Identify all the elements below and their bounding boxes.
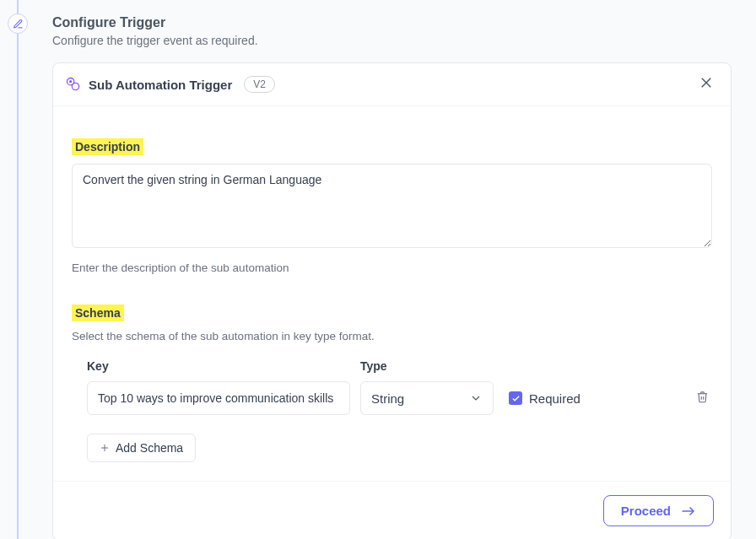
required-checkbox[interactable] [509,391,522,405]
description-label: Description [72,138,143,155]
trigger-card: Sub Automation Trigger V2 Description En… [52,62,732,539]
add-schema-button[interactable]: Add Schema [87,434,196,462]
proceed-label: Proceed [621,504,671,518]
schema-label: Schema [72,305,124,321]
card-footer: Proceed [53,481,731,539]
column-key-label: Key [87,359,360,373]
add-schema-label: Add Schema [116,441,183,455]
automation-icon [65,76,82,93]
schema-row: String Required [87,381,712,415]
section-subtitle: Configure the trigger event as required. [52,34,756,47]
type-select-value: String [371,391,404,406]
description-helper: Enter the description of the sub automat… [72,261,712,274]
close-icon[interactable] [699,75,714,94]
version-badge: V2 [244,76,275,93]
arrow-right-icon [681,505,696,517]
timeline-node-icon [8,13,28,34]
svg-point-1 [72,83,78,89]
trash-icon [696,391,709,403]
section-title: Configure Trigger [52,15,756,30]
schema-helper: Select the schema of the sub automation … [72,330,712,342]
proceed-button[interactable]: Proceed [603,495,714,526]
key-input[interactable] [87,381,350,415]
card-header: Sub Automation Trigger V2 [53,63,731,106]
plus-icon [100,443,110,453]
column-type-label: Type [360,359,504,373]
required-label: Required [529,391,580,406]
card-title: Sub Automation Trigger [89,78,232,92]
type-select[interactable]: String [360,381,494,415]
description-textarea[interactable] [72,164,712,248]
timeline-line [17,0,19,539]
chevron-down-icon [469,391,483,405]
delete-row-button[interactable] [696,391,709,407]
